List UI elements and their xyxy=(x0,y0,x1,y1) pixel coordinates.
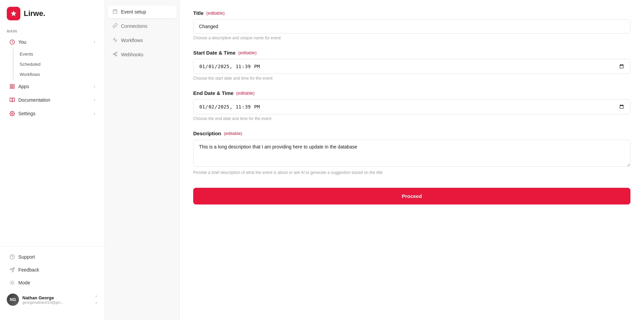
you-label: You xyxy=(18,39,26,45)
user-info: Nathan George georgenathan010@gm... xyxy=(22,295,91,304)
user-profile[interactable]: NG Nathan George georgenathan010@gm... ⌃… xyxy=(0,289,105,310)
sidebar-item-feedback[interactable]: Feedback xyxy=(3,264,102,276)
description-hint: Provide a brief description of what the … xyxy=(193,170,630,175)
webhooks-icon xyxy=(113,52,118,58)
svg-point-5 xyxy=(12,113,13,114)
settings-icon xyxy=(9,111,15,116)
event-setup-icon xyxy=(113,9,118,15)
svg-line-13 xyxy=(11,281,11,281)
svg-line-17 xyxy=(11,284,11,284)
svg-rect-2 xyxy=(13,84,14,86)
sidebar-item-settings[interactable]: Settings › xyxy=(3,107,102,120)
sun-icon xyxy=(9,280,15,285)
sidebar-item-apps[interactable]: Apps › xyxy=(3,80,102,93)
title-label: Title (editable) xyxy=(193,10,630,16)
svg-line-14 xyxy=(14,284,14,284)
tab-event-setup[interactable]: Event setup xyxy=(108,5,177,18)
title-group: Title (editable) Choose a descriptive an… xyxy=(193,10,630,40)
title-editable-badge: (editable) xyxy=(206,11,225,16)
documentation-label: Documentation xyxy=(18,97,50,103)
you-chevron: › xyxy=(94,40,95,44)
tab-workflows-label: Workflows xyxy=(121,38,143,43)
tab-workflows[interactable]: Workflows xyxy=(108,34,177,47)
end-date-hint: Choose the end date and time for the eve… xyxy=(193,116,630,121)
you-sub-items: Events Scheduled Workflows xyxy=(0,49,105,80)
mode-label: Mode xyxy=(18,280,30,285)
support-label: Support xyxy=(18,254,35,260)
apps-label: Apps xyxy=(18,84,29,89)
start-date-label: Start Date & Time (editable) xyxy=(193,50,630,56)
tab-connections[interactable]: Connections xyxy=(108,20,177,33)
sidebar: Lirwe. Main You › Events Scheduled Workf… xyxy=(0,0,105,320)
avatar: NG xyxy=(7,294,19,306)
description-editable-badge: (editable) xyxy=(224,131,242,136)
sidebar-bottom: Support Feedback Mode xyxy=(0,246,105,313)
grid-icon xyxy=(9,84,15,89)
feedback-label: Feedback xyxy=(18,267,39,273)
main-content: Event setup Connections Workflows xyxy=(105,0,644,320)
start-date-input[interactable] xyxy=(193,59,630,74)
tab-webhooks[interactable]: Webhooks xyxy=(108,48,177,61)
title-hint: Choose a descriptive and unique name for… xyxy=(193,36,630,40)
start-date-editable-badge: (editable) xyxy=(238,50,257,55)
workflows-icon xyxy=(113,37,118,43)
connections-icon xyxy=(113,23,118,29)
form-panel: Title (editable) Choose a descriptive an… xyxy=(180,0,644,320)
tab-event-setup-label: Event setup xyxy=(121,9,146,15)
svg-rect-1 xyxy=(10,84,12,86)
help-circle-icon xyxy=(9,254,15,260)
description-group: Description (editable) This is a long de… xyxy=(193,131,630,175)
sidebar-item-mode[interactable]: Mode xyxy=(3,277,102,289)
sidebar-section-main: Main xyxy=(0,26,105,35)
tab-navigation: Event setup Connections Workflows xyxy=(105,0,180,320)
proceed-button[interactable]: Proceed xyxy=(193,188,630,204)
end-date-input[interactable] xyxy=(193,99,630,114)
tab-connections-label: Connections xyxy=(121,23,147,29)
svg-rect-4 xyxy=(13,87,14,88)
start-date-group: Start Date & Time (editable) Choose the … xyxy=(193,50,630,81)
sidebar-sub-scheduled[interactable]: Scheduled xyxy=(3,59,102,69)
user-name: Nathan George xyxy=(22,295,91,300)
start-date-hint: Choose the start date and time for the e… xyxy=(193,76,630,81)
brand-name: Lirwe. xyxy=(24,9,45,18)
logo-icon xyxy=(7,7,20,20)
logo-area[interactable]: Lirwe. xyxy=(0,0,105,26)
sidebar-item-you[interactable]: You › xyxy=(3,36,102,48)
sidebar-sub-workflows[interactable]: Workflows xyxy=(3,69,102,79)
send-icon xyxy=(9,267,15,273)
description-textarea[interactable]: This is a long description that I am pro… xyxy=(193,140,630,167)
clock-icon xyxy=(9,39,15,45)
sidebar-sub-events[interactable]: Events xyxy=(3,49,102,59)
svg-point-10 xyxy=(11,282,14,284)
settings-chevron: › xyxy=(94,111,95,116)
sidebar-item-documentation[interactable]: Documentation › xyxy=(3,94,102,106)
settings-label: Settings xyxy=(18,111,36,116)
description-label: Description (editable) xyxy=(193,131,630,136)
end-date-editable-badge: (editable) xyxy=(236,91,255,96)
end-date-label: End Date & Time (editable) xyxy=(193,90,630,96)
sidebar-item-support[interactable]: Support xyxy=(3,251,102,263)
svg-rect-3 xyxy=(10,87,12,88)
apps-chevron: › xyxy=(94,84,95,89)
svg-line-18 xyxy=(14,281,14,281)
user-email: georgenathan010@gm... xyxy=(22,300,91,304)
documentation-chevron: › xyxy=(94,98,95,102)
tab-webhooks-label: Webhooks xyxy=(121,52,143,57)
svg-rect-19 xyxy=(113,10,117,14)
end-date-group: End Date & Time (editable) Choose the en… xyxy=(193,90,630,121)
title-input[interactable] xyxy=(193,19,630,34)
user-chevron-icon: ⌃⌄ xyxy=(95,295,98,304)
book-icon xyxy=(9,97,15,103)
